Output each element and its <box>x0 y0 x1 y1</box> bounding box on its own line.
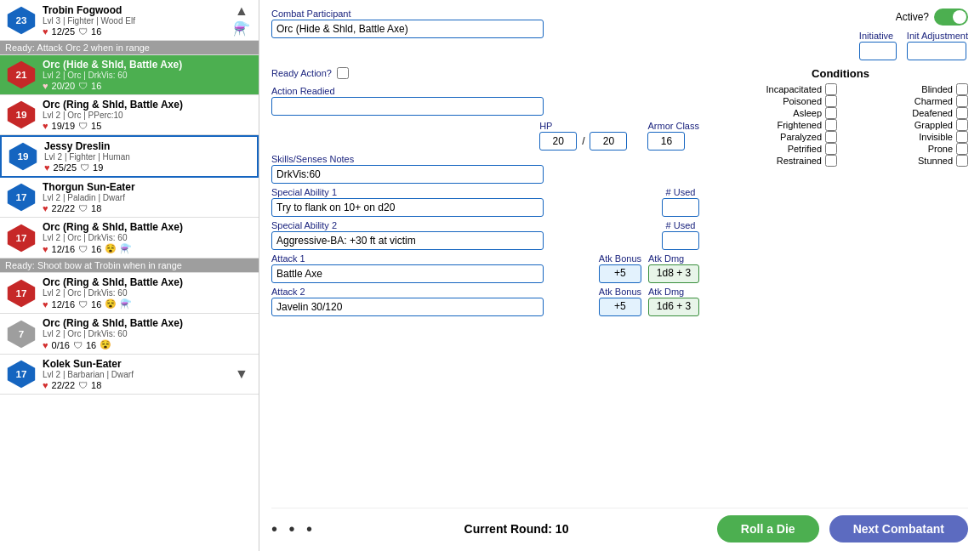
condition-checkbox-grappled[interactable] <box>956 119 968 131</box>
special2-used-input[interactable] <box>662 231 699 250</box>
dots-menu[interactable]: • • • <box>271 520 316 539</box>
condition-checkbox-stunned[interactable] <box>956 155 968 167</box>
status-icon-orc3a: 😵 <box>105 243 117 254</box>
combatant-stats-thorgun: ♥ 22/22 🛡 18 <box>43 203 254 213</box>
dice-badge-kolek: 17 <box>5 358 37 390</box>
condition-checkbox-asleep[interactable] <box>825 107 837 119</box>
svg-text:21: 21 <box>15 69 27 80</box>
condition-checkbox-incapacitated[interactable] <box>825 83 837 95</box>
combatant-orc2[interactable]: 19 Orc (Ring & Shld, Battle Axe) Lvl 2 |… <box>0 95 259 135</box>
condition-checkbox-invisible[interactable] <box>956 131 968 143</box>
combatant-stats-kolek: ♥ 22/22 🛡 18 <box>43 380 230 390</box>
condition-checkbox-poisoned[interactable] <box>825 95 837 107</box>
skills-input[interactable] <box>271 165 544 184</box>
attack2-dmg-label: Atk Dmg <box>648 287 699 297</box>
combatant-name-jessy: Jessy Dreslin <box>44 140 252 152</box>
condition-checkbox-prone[interactable] <box>956 143 968 155</box>
combatant-sub-orc5: Lvl 2 | Orc | DrkVis: 60 <box>43 329 254 338</box>
condition-label-frightened: Frightened <box>777 120 822 130</box>
action-readied-input[interactable] <box>271 97 544 116</box>
combatant-name-thorgun: Thorgun Sun-Eater <box>43 181 254 193</box>
combatant-kolek[interactable]: 17 Kolek Sun-Eater Lvl 2 | Barbarian | D… <box>0 355 259 395</box>
heart-icon-orc1: ♥ <box>43 81 48 91</box>
condition-checkbox-charmed[interactable] <box>956 95 968 107</box>
heart-icon-trobin: ♥ <box>43 26 48 37</box>
combatant-thorgun[interactable]: 17 Thorgun Sun-Eater Lvl 2 | Paladin | D… <box>0 178 259 218</box>
combatant-info-orc3: Orc (Ring & Shld, Battle Axe) Lvl 2 | Or… <box>37 221 254 254</box>
attack2-label: Attack 2 <box>271 287 592 297</box>
combatant-info-orc2: Orc (Ring & Shld, Battle Axe) Lvl 2 | Or… <box>37 99 254 131</box>
condition-label-grappled: Grappled <box>914 120 953 130</box>
ac-jessy: 19 <box>93 162 103 173</box>
active-label: Active? <box>896 11 929 23</box>
condition-incapacitated: Incapacitated <box>713 83 837 95</box>
combat-participant-label: Combat Participant <box>271 9 859 19</box>
hp-current-input[interactable] <box>539 132 577 151</box>
condition-label-invisible: Invisible <box>919 132 953 142</box>
svg-text:7: 7 <box>19 327 25 338</box>
combat-participant-input[interactable] <box>271 20 544 38</box>
conditions-right-col: Blinded Charmed Deafened Grappled <box>844 83 968 167</box>
hp-max-input[interactable] <box>590 132 627 151</box>
ac-input[interactable] <box>647 132 685 151</box>
condition-checkbox-blinded[interactable] <box>956 83 968 95</box>
combatant-sub-orc1: Lvl 2 | Orc | DrkVis: 60 <box>43 71 254 80</box>
combatant-jessy[interactable]: 19 Jessy Dreslin Lvl 2 | Fighter | Human… <box>0 135 259 178</box>
svg-text:19: 19 <box>15 109 27 120</box>
condition-checkbox-paralyzed[interactable] <box>825 131 837 143</box>
next-combatant-button[interactable]: Next Combatant <box>829 515 968 542</box>
initiative-input[interactable] <box>859 42 897 60</box>
condition-paralyzed: Paralyzed <box>713 131 837 143</box>
combatant-orc4[interactable]: 17 Orc (Ring & Shld, Battle Axe) Lvl 2 |… <box>0 273 259 314</box>
shield-icon-orc1: 🛡 <box>78 81 88 91</box>
condition-label-deafened: Deafened <box>912 108 953 118</box>
combatant-orc1[interactable]: 21 Orc (Hide & Shld, Battle Axe) Lvl 2 |… <box>0 55 259 95</box>
conditions-title: Conditions <box>713 67 968 80</box>
combatant-name-kolek: Kolek Sun-Eater <box>43 358 230 370</box>
special2-input[interactable] <box>271 231 544 250</box>
status-icon-orc5: 😵 <box>100 339 111 350</box>
condition-blinded: Blinded <box>844 83 968 95</box>
ac-trobin: 16 <box>91 26 101 37</box>
svg-text:17: 17 <box>15 231 26 242</box>
combatant-trobin[interactable]: 23 Trobin Fogwood Lvl 3 | Fighter | Wood… <box>0 0 259 41</box>
special1-input[interactable] <box>271 198 544 217</box>
special1-used-input[interactable] <box>662 198 699 217</box>
roll-die-button[interactable]: Roll a Die <box>717 515 819 542</box>
attack1-input[interactable] <box>271 264 544 283</box>
condition-checkbox-restrained[interactable] <box>825 155 837 167</box>
shield-icon-orc2: 🛡 <box>78 121 88 131</box>
condition-checkbox-frightened[interactable] <box>825 119 837 131</box>
hp-label: HP <box>539 121 627 131</box>
ac-kolek: 18 <box>91 380 101 390</box>
attack2-bonus-label: Atk Bonus <box>599 287 641 297</box>
hp-slash: / <box>580 135 586 147</box>
condition-checkbox-deafened[interactable] <box>956 107 968 119</box>
combatant-sub-orc2: Lvl 2 | Orc | PPerc:10 <box>43 111 254 120</box>
ready-action-checkbox[interactable] <box>337 67 349 79</box>
condition-label-restrained: Restrained <box>777 156 822 166</box>
ac-label: Armor Class <box>647 121 699 131</box>
special1-label: Special Ability 1 <box>271 187 655 197</box>
condition-label-prone: Prone <box>928 144 953 154</box>
condition-label-poisoned: Poisoned <box>783 96 822 106</box>
active-toggle[interactable] <box>934 9 968 26</box>
shield-icon-orc5: 🛡 <box>73 340 83 350</box>
init-adj-input[interactable] <box>907 42 966 60</box>
combatant-sub-orc4: Lvl 2 | Orc | DrkVis: 60 <box>43 288 254 298</box>
combatant-stats-trobin: ♥ 12/25 🛡 16 <box>43 26 230 37</box>
attack2-dmg: 1d6 + 3 <box>648 298 699 316</box>
condition-checkbox-petrified[interactable] <box>825 143 837 155</box>
hp-orc3: 12/16 <box>52 244 76 254</box>
ready-action-label: Ready Action? <box>271 68 332 78</box>
combatant-stats-orc2: ♥ 19/19 🛡 15 <box>43 121 254 131</box>
scroll-down-button[interactable]: ▼ <box>230 366 254 382</box>
conditions-grid: Incapacitated Poisoned Asleep Frightened <box>713 83 968 167</box>
hp-trobin: 12/25 <box>52 26 76 37</box>
combatant-orc5[interactable]: 7 Orc (Ring & Shld, Battle Axe) Lvl 2 | … <box>0 314 259 355</box>
scroll-up-button[interactable]: ▲ <box>230 3 254 19</box>
combatant-orc3[interactable]: 17 Orc (Ring & Shld, Battle Axe) Lvl 2 |… <box>0 218 259 258</box>
attack2-input[interactable] <box>271 298 544 316</box>
heart-icon-jessy: ♥ <box>44 162 50 173</box>
shield-icon-jessy: 🛡 <box>80 162 89 173</box>
